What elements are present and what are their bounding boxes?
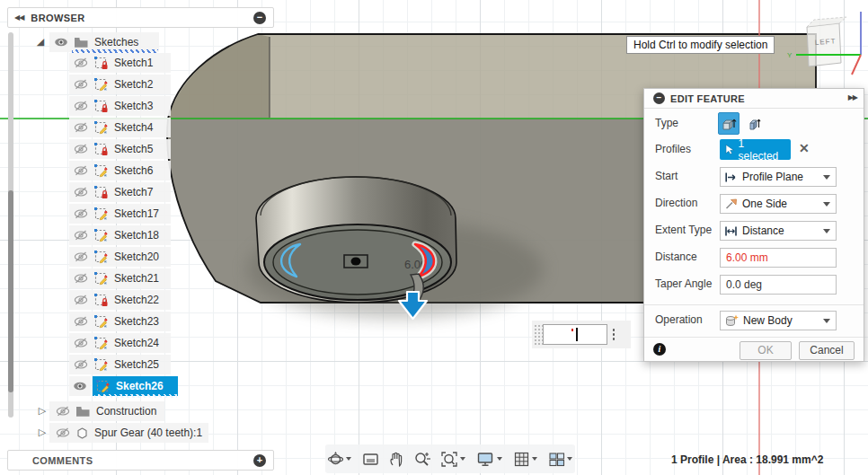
extrude-solid-icon[interactable] [718,112,740,135]
comments-add-icon[interactable]: + [253,454,266,467]
sketch-label: Sketch7 [114,186,153,198]
spur-gear-component-row[interactable]: Spur Gear (40 teeth):1 [49,423,208,443]
operation-label: Operation [655,313,703,326]
viewports-button[interactable] [545,450,577,469]
sketch-row-sketch24[interactable]: Sketch24 [69,333,171,353]
input-options-icon[interactable] [607,329,620,340]
cancel-button[interactable]: Cancel [799,341,855,360]
fit-button[interactable] [438,449,470,470]
chevron-down-icon[interactable] [497,457,502,461]
input-drag-handle-icon[interactable] [534,324,543,346]
pencil-badge-icon [93,228,109,242]
taper-angle-input[interactable]: 0.0 deg [720,275,837,295]
chevron-down-icon[interactable] [460,457,465,461]
edit-feature-dialog: − EDIT FEATURE ▶▶ Type Profiles 1 select… [643,88,864,362]
folder-label: Sketches [94,36,138,48]
lock-badge-icon [93,185,109,199]
distance-row: Distance 6.00 mm [644,248,864,268]
visibility-eye-off-icon[interactable] [74,208,88,219]
expand-triangle-icon[interactable]: ▷ [36,405,49,417]
visibility-eye-off-icon[interactable] [74,165,88,176]
sketch-row-sketch23[interactable]: Sketch23 [69,312,171,331]
visibility-eye-off-icon[interactable] [74,251,88,262]
visibility-eye-off-icon[interactable] [74,316,88,327]
visibility-eye-off-icon[interactable] [74,101,88,111]
comments-panel-title: COMMENTS [32,455,93,466]
direction-dropdown[interactable]: One Side [720,194,837,214]
sketch-row-sketch22[interactable]: Sketch22 [69,290,171,310]
visibility-eye-off-icon[interactable] [74,359,88,370]
comments-panel-header[interactable]: COMMENTS + [7,450,274,471]
pan-icon [388,451,404,468]
look-at-icon [362,452,379,467]
extent-type-dropdown[interactable]: Distance [720,221,837,241]
orbit-button[interactable] [324,449,356,470]
sketch-row-sketch17[interactable]: Sketch17 [69,204,171,224]
sketch-row-sketch2[interactable]: Sketch2 [69,75,171,94]
sketch-row-sketch18[interactable]: Sketch18 [69,225,171,245]
sketch-row-sketch7[interactable]: Sketch7 [69,182,171,202]
visibility-eye-off-icon[interactable] [56,427,70,438]
visibility-eye-off-icon[interactable] [74,144,88,154]
profiles-selected-button[interactable]: 1 selected [720,139,791,160]
profile-plane-icon [724,172,738,183]
construction-folder-row[interactable]: Construction [49,401,164,421]
clear-selection-icon[interactable]: ✕ [799,141,810,155]
visibility-eye-off-icon[interactable] [74,230,88,241]
visibility-eye-icon[interactable] [54,37,68,48]
browser-scrollbar-track[interactable] [8,32,13,418]
expand-triangle-icon[interactable]: ▷ [36,427,49,438]
sketch-row-sketch3[interactable]: Sketch3 [69,96,171,116]
look-at-button[interactable] [359,450,382,469]
sketch-row-sketch20[interactable]: Sketch20 [69,247,171,267]
sketch-row-sketch1[interactable]: Sketch1 [69,53,171,73]
visibility-eye-off-icon[interactable] [74,338,88,348]
visibility-eye-off-icon[interactable] [74,122,88,133]
lock-badge-icon [93,293,109,307]
cylindrical-boss[interactable] [256,177,456,303]
extrude-thin-icon[interactable] [744,112,766,135]
display-settings-button[interactable] [474,449,507,470]
browser-scrollbar-thumb[interactable] [8,190,13,392]
browser-panel-header[interactable]: ◀◀ BROWSER − [7,7,274,28]
pencil-badge-icon [93,314,109,329]
visibility-eye-off-icon[interactable] [74,187,88,198]
visibility-eye-off-icon[interactable] [56,406,70,417]
operation-dropdown[interactable]: New Body [720,311,837,330]
sketch-row-sketch21[interactable]: Sketch21 [69,268,171,288]
visibility-eye-off-icon[interactable] [74,295,88,305]
info-icon[interactable]: i [653,343,666,356]
sketch-row-sketch6[interactable]: Sketch6 [69,161,171,180]
direction-label: Direction [655,197,697,209]
viewcube-face-label: LEFT [815,37,837,47]
chevron-down-icon[interactable] [567,457,572,461]
chevron-down-icon[interactable] [346,457,351,461]
sketch-row-sketch5[interactable]: Sketch5 [69,139,171,159]
pan-button[interactable] [385,449,407,470]
visibility-eye-off-icon[interactable] [74,79,88,90]
inline-distance-input[interactable] [543,324,607,345]
sketch-row-sketch25[interactable]: Sketch25 [69,355,171,374]
visibility-eye-icon[interactable] [69,376,91,396]
grid-snaps-button[interactable] [510,449,542,470]
dialog-minimize-icon[interactable]: − [653,92,665,104]
distance-input[interactable]: 6.00 mm [720,248,837,268]
profiles-label: Profiles [655,143,691,155]
browser-minimize-icon[interactable]: − [253,12,266,24]
zoom-button[interactable] [411,449,434,470]
dialog-collapse-icon[interactable]: ▶▶ [848,93,857,101]
sketch-row-sketch26[interactable]: Sketch26 [93,376,178,396]
chevron-down-icon[interactable] [532,457,537,461]
sketch-row-sketch4[interactable]: Sketch4 [69,118,171,137]
dialog-header[interactable]: − EDIT FEATURE ▶▶ [644,89,864,109]
fusion-canvas-stage: 6.00 LEFT Y Hold Ctrl to modify selectio… [0,0,868,475]
expand-triangle-icon[interactable]: ◢ [34,36,47,48]
visibility-eye-off-icon[interactable] [74,273,88,284]
start-dropdown[interactable]: Profile Plane [720,167,837,187]
cursor-icon [725,144,735,155]
row-label: Spur Gear (40 teeth):1 [94,427,202,439]
panel-collapse-icon[interactable]: ◀◀ [14,13,23,22]
visibility-eye-off-icon[interactable] [74,57,88,68]
sketch-label: Sketch26 [116,380,164,392]
ok-button[interactable]: OK [740,341,792,360]
